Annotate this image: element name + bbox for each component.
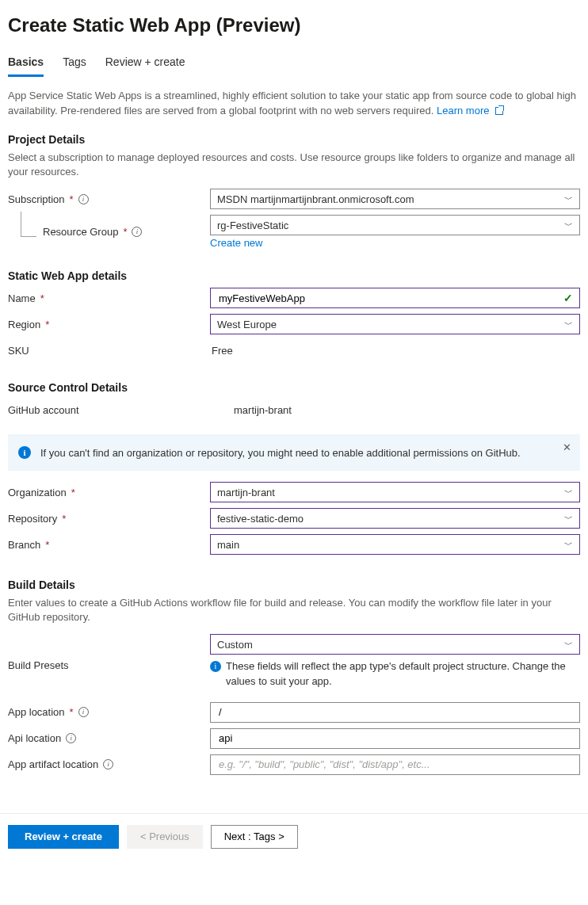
api-location-wrap xyxy=(210,728,580,749)
repository-label: Repository xyxy=(8,513,57,525)
required-asterisk: * xyxy=(70,706,74,718)
organization-label: Organization xyxy=(8,487,67,498)
tabs: Basics Tags Review + create xyxy=(8,51,580,78)
learn-more-label: Learn more xyxy=(437,105,489,116)
region-label: Region xyxy=(8,319,40,330)
check-icon: ✓ xyxy=(563,292,573,304)
resource-group-label: Resource Group xyxy=(43,226,118,238)
name-input[interactable] xyxy=(217,288,563,307)
branch-select[interactable]: main ﹀ xyxy=(210,534,580,555)
banner-text: If you can't find an organization or rep… xyxy=(40,447,521,459)
branch-label: Branch xyxy=(8,539,40,551)
build-presets-hint-text: These fields will reflect the app type's… xyxy=(226,659,580,688)
build-presets-label: Build Presets xyxy=(8,659,69,671)
github-account-label: GitHub account xyxy=(8,404,79,416)
tab-basics[interactable]: Basics xyxy=(8,51,44,77)
section-title-swa: Static Web App details xyxy=(8,269,580,282)
required-asterisk: * xyxy=(71,487,75,498)
previous-button: < Previous xyxy=(127,825,203,849)
chevron-down-icon: ﹀ xyxy=(564,639,573,651)
page-title: Create Static Web App (Preview) xyxy=(8,14,580,36)
chevron-down-icon: ﹀ xyxy=(564,539,573,551)
info-icon[interactable]: i xyxy=(103,759,113,769)
tab-tags[interactable]: Tags xyxy=(63,51,86,77)
repository-value: festive-static-demo xyxy=(217,513,304,525)
chevron-down-icon: ﹀ xyxy=(564,513,573,525)
branch-value: main xyxy=(217,539,239,551)
api-location-label: Api location xyxy=(8,732,61,744)
build-presets-value: Custom xyxy=(217,639,253,651)
info-icon[interactable]: i xyxy=(78,194,89,204)
build-presets-hint: i These fields will reflect the app type… xyxy=(210,659,580,688)
github-account-value: martijn-brant xyxy=(210,404,292,416)
subscription-select[interactable]: MSDN martijnmartijnbrant.onmicrosoft.com… xyxy=(210,189,580,209)
region-value: West Europe xyxy=(217,319,277,330)
artifact-location-label: App artifact location xyxy=(8,758,98,770)
required-asterisk: * xyxy=(45,319,49,330)
learn-more-link[interactable]: Learn more xyxy=(437,105,503,116)
chevron-down-icon: ﹀ xyxy=(564,193,573,205)
section-title-build: Build Details xyxy=(8,579,580,591)
subscription-label: Subscription xyxy=(8,193,65,205)
info-icon: i xyxy=(210,661,221,672)
section-title-project: Project Details xyxy=(8,133,580,146)
app-location-label: App location xyxy=(8,706,65,718)
next-button[interactable]: Next : Tags > xyxy=(211,825,298,849)
section-title-source: Source Control Details xyxy=(8,381,580,394)
section-sub-build: Enter values to create a GitHub Actions … xyxy=(8,596,580,624)
build-presets-select[interactable]: Custom ﹀ xyxy=(210,634,580,655)
chevron-down-icon: ﹀ xyxy=(564,487,573,498)
resource-group-select[interactable]: rg-FestiveStatic ﹀ xyxy=(210,215,580,235)
region-select[interactable]: West Europe ﹀ xyxy=(210,314,580,334)
info-icon[interactable]: i xyxy=(78,707,89,717)
close-icon[interactable]: ✕ xyxy=(563,441,571,453)
info-icon[interactable]: i xyxy=(66,733,76,743)
sku-label: SKU xyxy=(8,345,29,357)
required-asterisk: * xyxy=(45,539,49,551)
required-asterisk: * xyxy=(70,193,74,205)
tree-connector xyxy=(21,212,36,237)
external-link-icon xyxy=(495,107,503,115)
organization-value: martijn-brant xyxy=(217,487,275,498)
tab-review-create[interactable]: Review + create xyxy=(105,51,185,77)
required-asterisk: * xyxy=(62,513,66,525)
organization-select[interactable]: martijn-brant ﹀ xyxy=(210,482,580,502)
app-location-wrap xyxy=(210,702,580,723)
chevron-down-icon: ﹀ xyxy=(564,220,573,231)
info-icon[interactable]: i xyxy=(132,227,142,237)
artifact-location-input[interactable] xyxy=(217,755,573,774)
section-sub-project: Select a subscription to manage deployed… xyxy=(8,151,580,179)
app-location-input[interactable] xyxy=(217,703,573,722)
info-icon: i xyxy=(18,446,31,459)
review-create-button[interactable]: Review + create xyxy=(8,825,119,849)
subscription-value: MSDN martijnmartijnbrant.onmicrosoft.com xyxy=(217,193,414,205)
chevron-down-icon: ﹀ xyxy=(564,319,573,330)
artifact-location-wrap xyxy=(210,754,580,775)
sku-value: Free xyxy=(210,345,233,357)
repository-select[interactable]: festive-static-demo ﹀ xyxy=(210,508,580,529)
name-label: Name xyxy=(8,292,36,304)
required-asterisk: * xyxy=(40,292,44,304)
api-location-input[interactable] xyxy=(217,729,573,748)
create-new-link[interactable]: Create new xyxy=(210,237,262,249)
permissions-info-banner: i If you can't find an organization or r… xyxy=(8,434,580,471)
footer-bar: Review + create < Previous Next : Tags > xyxy=(0,813,588,861)
intro-text: App Service Static Web Apps is a streaml… xyxy=(8,89,580,119)
resource-group-value: rg-FestiveStatic xyxy=(217,220,288,231)
required-asterisk: * xyxy=(123,226,127,238)
name-input-wrap: ✓ xyxy=(210,288,580,308)
